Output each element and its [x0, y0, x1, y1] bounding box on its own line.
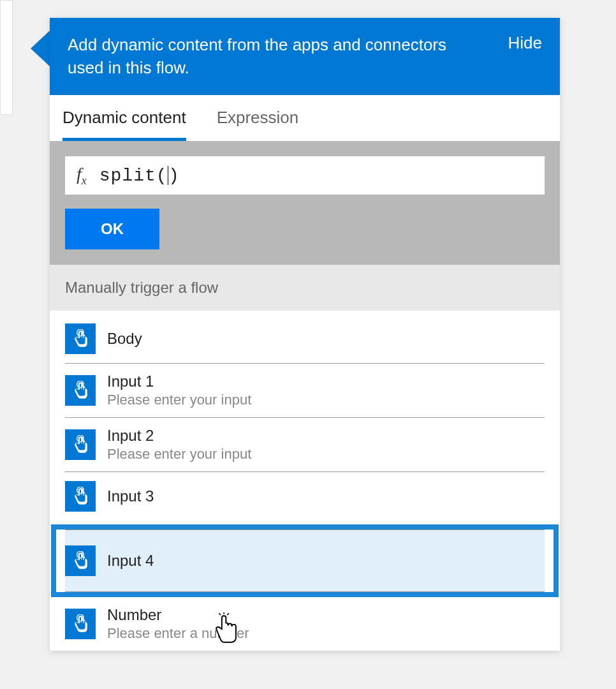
panel-header: Add dynamic content from the apps and co…: [50, 18, 560, 95]
expression-input[interactable]: fx split(): [65, 156, 545, 195]
touch-icon: [65, 429, 96, 460]
expression-left: split(: [99, 166, 168, 186]
tabs: Dynamic content Expression: [50, 95, 560, 141]
ok-button[interactable]: OK: [65, 209, 159, 249]
highlighted-selection: Input 4: [51, 524, 559, 597]
hide-link[interactable]: Hide: [508, 33, 542, 53]
item-body[interactable]: Body: [65, 311, 545, 364]
tab-expression[interactable]: Expression: [217, 95, 299, 141]
header-text: Add dynamic content from the apps and co…: [68, 33, 450, 80]
item-title: Input 1: [107, 373, 251, 390]
item-input-2[interactable]: Input 2 Please enter your input: [65, 418, 545, 472]
touch-icon: [65, 545, 96, 576]
dynamic-items-list: Body Input 1 Please enter your input Inp…: [50, 311, 560, 651]
item-input-4[interactable]: Input 4: [65, 530, 545, 592]
item-subtitle: Please enter a number: [107, 625, 249, 642]
section-manually-trigger: Manually trigger a flow: [50, 265, 560, 311]
expression-right: ): [168, 166, 180, 186]
tab-dynamic-content[interactable]: Dynamic content: [62, 95, 186, 141]
item-title: Number: [107, 606, 249, 624]
background-card-stub: [0, 0, 13, 115]
item-input-1[interactable]: Input 1 Please enter your input: [65, 364, 545, 418]
touch-icon: [65, 609, 96, 639]
touch-icon: [65, 481, 96, 512]
item-title: Input 3: [107, 487, 154, 505]
item-subtitle: Please enter your input: [107, 392, 251, 408]
expression-area: fx split() OK: [50, 141, 560, 265]
expression-text: split(): [99, 166, 180, 186]
callout-pointer: [31, 31, 50, 66]
item-title: Body: [107, 330, 142, 348]
dynamic-content-panel: Add dynamic content from the apps and co…: [50, 18, 560, 651]
fx-icon: fx: [77, 164, 87, 188]
item-number[interactable]: Number Please enter a number: [65, 597, 545, 651]
item-title: Input 2: [107, 427, 251, 445]
touch-icon: [65, 323, 96, 354]
touch-icon: [65, 375, 96, 406]
item-title: Input 4: [107, 552, 154, 570]
item-subtitle: Please enter your input: [107, 446, 251, 463]
item-input-3[interactable]: Input 3: [65, 472, 545, 521]
